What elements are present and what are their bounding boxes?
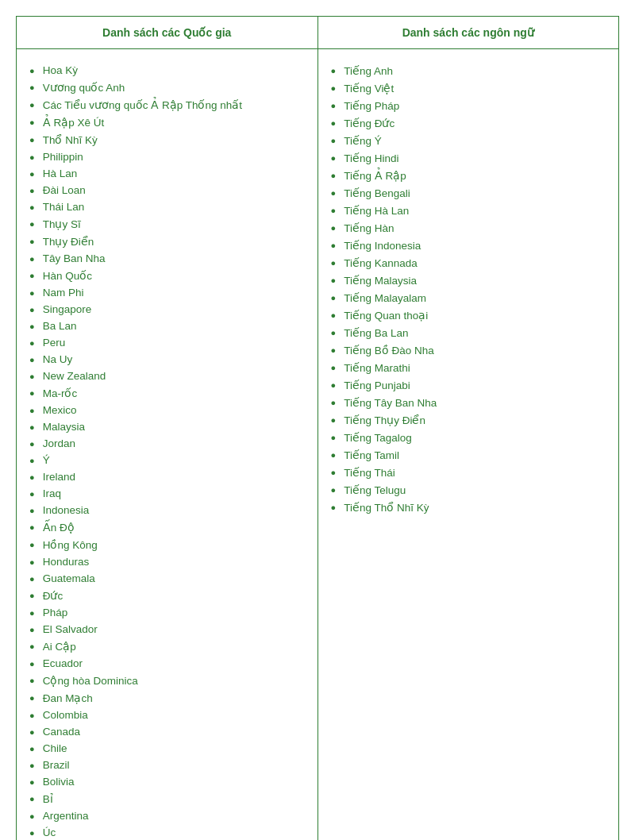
list-item: Brazil [29,757,305,773]
list-item: Philippin [29,148,305,165]
list-item: Argentina [29,807,305,824]
list-item: Peru [29,334,305,351]
list-item: Hoa Kỳ [29,62,305,79]
list-item: Mexico [29,402,305,418]
list-item: Tiếng Ý [331,132,606,149]
list-item: Đài Loan [29,182,305,198]
list-item: Các Tiểu vương quốc Ả Rập Thống nhất [29,96,305,114]
list-item: Tiếng Hà Lan [331,202,606,219]
list-item: Honduras [29,553,305,570]
list-item: Tiếng Punjabi [331,376,606,394]
countries-list: Hoa KỳVương quốc AnhCác Tiểu vương quốc … [29,62,305,840]
list-item: Tiếng Quan thoại [331,306,606,324]
list-item: Indonesia [29,502,305,518]
list-item: Thái Lan [29,198,305,215]
list-item: New Zealand [29,368,305,384]
list-item: Tiếng Indonesia [331,237,606,254]
list-item: Ba Lan [29,318,305,334]
list-item: Pháp [29,604,305,621]
list-item: Thổ Nhĩ Kỳ [29,131,305,148]
list-item: Tiếng Bồ Đào Nha [331,341,606,359]
list-item: Tây Ban Nha [29,250,305,267]
list-item: Tiếng Thụy Điển [331,411,606,429]
list-item: Jordan [29,435,305,452]
list-item: Malaysia [29,418,305,435]
list-item: Canada [29,723,305,740]
list-item: Colombia [29,707,305,723]
languages-column: Tiếng AnhTiếng ViệtTiếng PhápTiếng ĐứcTi… [318,49,619,840]
list-item: Tiếng Tamil [331,446,606,464]
header-countries: Danh sách các Quốc gia [17,17,318,48]
list-item: Tiếng Telugu [331,481,606,499]
list-item: Hà Lan [29,165,305,182]
list-item: Tiếng Đức [331,114,606,132]
header-languages: Danh sách các ngôn ngữ [318,17,619,48]
list-item: Tiếng Kannada [331,254,606,272]
table-header: Danh sách các Quốc gia Danh sách các ngô… [17,17,618,49]
list-item: Tiếng Hindi [331,149,606,167]
list-item: Tiếng Marathi [331,359,606,376]
list-item: Tiếng Ả Rập [331,167,606,184]
list-item: Ai Cập [29,638,305,655]
list-item: Hồng Kông [29,536,305,553]
list-item: Tiếng Malaysia [331,272,606,289]
list-item: Vương quốc Anh [29,79,305,96]
list-item: Ý [29,452,305,468]
list-item: Tiếng Tagalog [331,429,606,446]
list-item: Ireland [29,468,305,485]
languages-list: Tiếng AnhTiếng ViệtTiếng PhápTiếng ĐứcTi… [331,62,606,516]
list-item: Chile [29,740,305,757]
list-item: Tiếng Tây Ban Nha [331,394,606,411]
list-item: Thụy Sĩ [29,215,305,233]
list-item: Hàn Quốc [29,267,305,284]
list-item: Ecuador [29,655,305,672]
list-item: Úc [29,824,305,840]
list-item: Tiếng Thái [331,464,606,481]
list-item: Nam Phi [29,284,305,301]
list-item: Tiếng Anh [331,62,606,79]
list-item: Tiếng Việt [331,79,606,97]
list-item: Na Uy [29,351,305,368]
list-item: Tiếng Thổ Nhĩ Kỳ [331,499,606,516]
list-item: Thụy Điển [29,233,305,250]
list-item: Tiếng Ba Lan [331,324,606,341]
list-item: Ả Rập Xê Út [29,114,305,131]
list-item: Singapore [29,301,305,318]
list-item: Guatemala [29,570,305,587]
list-item: Tiếng Pháp [331,97,606,114]
list-item: Bỉ [29,790,305,807]
list-item: Đức [29,587,305,604]
list-item: Cộng hòa Dominica [29,672,305,689]
list-item: Tiếng Bengali [331,184,606,202]
list-item: Bolivia [29,773,305,790]
list-item: Tiếng Malayalam [331,289,606,306]
list-item: El Salvador [29,621,305,638]
table-body: Hoa KỳVương quốc AnhCác Tiểu vương quốc … [17,49,618,840]
list-item: Ấn Độ [29,518,305,536]
main-table: Danh sách các Quốc gia Danh sách các ngô… [16,16,619,840]
list-item: Đan Mạch [29,689,305,707]
list-item: Ma-rốc [29,384,305,402]
countries-column: Hoa KỳVương quốc AnhCác Tiểu vương quốc … [17,49,318,840]
list-item: Tiếng Hàn [331,219,606,237]
list-item: Iraq [29,485,305,502]
